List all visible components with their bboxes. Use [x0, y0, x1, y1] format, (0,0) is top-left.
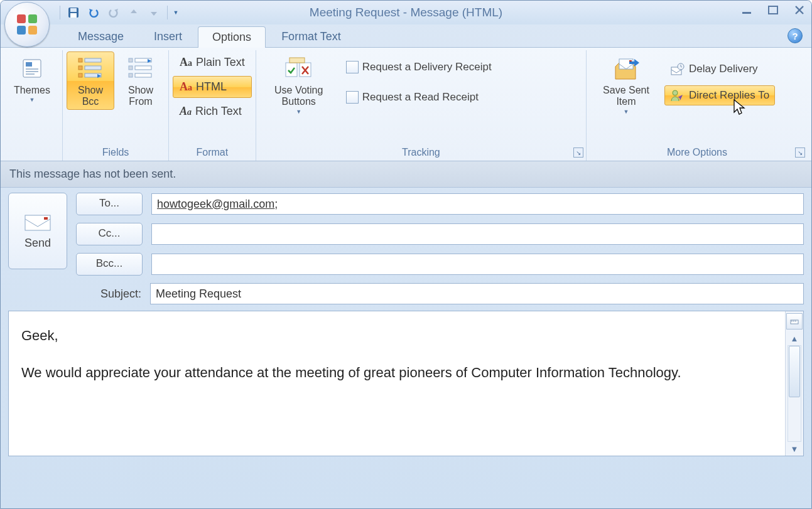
rich-text-label: Rich Text — [195, 105, 242, 118]
arrow-down-icon — [149, 8, 159, 18]
outlook-message-window: ▼ Meeting Request - Message (HTML) Messa… — [0, 0, 812, 509]
help-button[interactable]: ? — [788, 28, 803, 43]
qat-customize-button[interactable]: ▼ — [171, 4, 181, 21]
group-title-more-options: More Options — [590, 145, 804, 161]
envelope-icon — [24, 213, 51, 232]
qat-separator — [167, 6, 168, 19]
svg-rect-32 — [44, 217, 48, 220]
scroll-thumb[interactable] — [789, 346, 800, 397]
close-icon — [794, 5, 804, 15]
next-item-button[interactable] — [144, 4, 163, 21]
delay-delivery-button[interactable]: Delay Delivery — [664, 59, 775, 79]
group-more-options: Save Sent Item ▼ Delay Delivery Direct R… — [587, 50, 808, 161]
bcc-field[interactable] — [151, 254, 804, 275]
group-tracking: Use Voting Buttons ▼ Request a Delivery … — [256, 50, 587, 161]
rich-text-button[interactable]: Aa Rich Text — [173, 100, 252, 122]
request-delivery-receipt-checkbox[interactable]: Request a Delivery Receipt — [340, 58, 497, 77]
minimize-button[interactable] — [740, 3, 754, 17]
delay-delivery-icon — [670, 62, 685, 76]
subject-field[interactable]: Meeting Request — [150, 283, 804, 304]
save-button[interactable] — [64, 4, 83, 21]
group-fields: Show Bcc Show From Fields — [63, 50, 169, 161]
subject-label: Subject: — [76, 287, 141, 301]
tab-options[interactable]: Options — [198, 26, 266, 48]
plain-text-button[interactable]: Aa Plain Text — [173, 51, 252, 73]
previous-item-button[interactable] — [124, 4, 143, 21]
svg-rect-12 — [85, 58, 101, 62]
undo-button[interactable] — [84, 4, 103, 21]
bcc-button[interactable]: Bcc... — [76, 253, 143, 276]
close-button[interactable] — [793, 3, 806, 17]
html-icon: Aa — [180, 80, 192, 94]
message-body[interactable]: Geek, We would appreciate your attendanc… — [9, 311, 785, 456]
group-themes: Themes ▼ — [4, 50, 63, 161]
direct-replies-icon — [670, 88, 685, 102]
show-bcc-button[interactable]: Show Bcc — [67, 51, 114, 110]
body-scrollbar: ▲ ▼ — [785, 311, 803, 456]
redo-icon — [107, 6, 120, 19]
direct-replies-label: Direct Replies To — [689, 89, 769, 102]
show-bcc-icon — [77, 56, 104, 81]
qat-separator — [60, 6, 60, 19]
ruler-toggle-button[interactable] — [786, 313, 803, 330]
group-title-format: Format — [173, 145, 252, 161]
direct-replies-to-button[interactable]: Direct Replies To — [664, 85, 775, 105]
svg-rect-19 — [129, 66, 133, 70]
scroll-track[interactable] — [788, 345, 801, 442]
svg-rect-3 — [28, 26, 37, 35]
cc-field[interactable] — [151, 223, 804, 245]
group-title-fields: Fields — [67, 145, 165, 161]
request-read-receipt-checkbox[interactable]: Request a Read Receipt — [340, 88, 497, 107]
svg-rect-0 — [17, 14, 26, 23]
rich-text-icon: Aa — [180, 105, 192, 118]
svg-rect-25 — [290, 58, 305, 63]
redo-button[interactable] — [104, 4, 123, 21]
svg-rect-14 — [85, 66, 101, 70]
cc-button[interactable]: Cc... — [76, 223, 143, 245]
tab-message[interactable]: Message — [63, 26, 138, 47]
voting-icon — [283, 55, 315, 82]
office-logo-icon — [14, 12, 40, 37]
send-button[interactable]: Send — [8, 193, 67, 269]
svg-point-30 — [673, 90, 678, 95]
message-body-area: Geek, We would appreciate your attendanc… — [8, 311, 804, 456]
save-sent-icon — [612, 55, 641, 82]
show-from-label: Show From — [128, 85, 153, 108]
scroll-up-button[interactable]: ▲ — [787, 331, 802, 345]
checkbox-icon — [346, 91, 359, 104]
title-bar: ▼ Meeting Request - Message (HTML) — [1, 1, 811, 24]
svg-rect-11 — [78, 58, 82, 62]
show-bcc-label: Show Bcc — [78, 85, 103, 108]
arrow-up-icon — [129, 8, 139, 18]
to-button[interactable]: To... — [76, 193, 143, 215]
compose-header: Send To... howtogeek@gmail.com; Cc... Bc… — [1, 188, 811, 307]
tracking-dialog-launcher[interactable]: ↘ — [573, 147, 583, 158]
to-suffix: ; — [274, 198, 278, 211]
html-label: HTML — [196, 80, 227, 94]
message-info-bar: This message has not been sent. — [1, 161, 811, 188]
svg-rect-8 — [769, 6, 777, 14]
svg-rect-23 — [286, 63, 297, 77]
tab-insert[interactable]: Insert — [139, 26, 197, 47]
themes-button[interactable]: Themes ▼ — [8, 51, 56, 105]
save-icon — [67, 6, 80, 19]
scroll-down-button[interactable]: ▼ — [787, 442, 802, 456]
themes-label: Themes — [14, 85, 50, 96]
maximize-button[interactable] — [766, 3, 780, 17]
svg-rect-7 — [742, 12, 751, 14]
svg-rect-1 — [28, 14, 37, 23]
office-button[interactable] — [4, 2, 50, 47]
ribbon-tab-bar: Message Insert Options Format Text ? — [1, 24, 811, 47]
send-label: Send — [24, 237, 51, 250]
to-value: howtogeek@gmail.com — [157, 198, 274, 211]
save-sent-item-button[interactable]: Save Sent Item ▼ — [590, 51, 662, 117]
read-receipt-label: Request a Read Receipt — [362, 91, 479, 104]
maximize-icon — [768, 5, 778, 15]
to-field[interactable]: howtogeek@gmail.com; — [151, 193, 804, 215]
use-voting-buttons-button[interactable]: Use Voting Buttons ▼ — [260, 51, 338, 117]
group-title-tracking: Tracking — [260, 145, 582, 161]
html-button[interactable]: Aa HTML — [173, 76, 252, 98]
more-options-dialog-launcher[interactable]: ↘ — [795, 147, 805, 158]
tab-format-text[interactable]: Format Text — [267, 26, 355, 47]
show-from-button[interactable]: Show From — [117, 51, 165, 110]
